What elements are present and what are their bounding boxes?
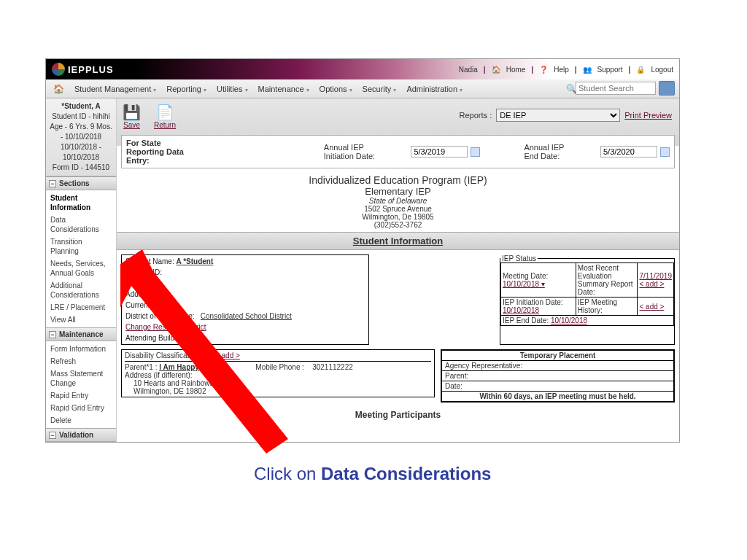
instruction-caption: Click on Data Considerations [254, 464, 491, 484]
sidebar-item-view-all[interactable]: View All [46, 314, 116, 326]
sidebar-item-rapid-grid-entry[interactable]: Rapid Grid Entry [46, 402, 116, 414]
calendar-icon[interactable] [471, 147, 480, 157]
print-preview-link[interactable]: Print Preview [624, 111, 672, 120]
state-entry-label: For State Reporting Data Entry: [126, 139, 193, 165]
search-input[interactable] [576, 82, 656, 95]
change-district-link[interactable]: Change Resident District [125, 323, 206, 331]
student-age: Age - 6 Yrs. 9 Mos. [47, 122, 115, 132]
user-name: Nadia [459, 66, 478, 74]
return-button[interactable]: 📄 Return [154, 104, 176, 129]
menu-maintenance[interactable]: Maintenance ▾ [254, 82, 314, 96]
reports-label: Reports : [460, 111, 492, 120]
student-dob: - 10/10/2018 [47, 132, 115, 142]
help-icon [539, 66, 548, 74]
sidebar-item-rapid-entry[interactable]: Rapid Entry [46, 389, 116, 402]
sidebar-item-delete[interactable]: Delete [46, 414, 116, 427]
sidebar-item-form-information[interactable]: Form Information [46, 343, 116, 355]
save-icon: 💾 [123, 104, 141, 121]
dob-link[interactable]: 1/1 [152, 279, 162, 287]
iep-init-input[interactable] [411, 146, 468, 158]
sidebar-item-refresh[interactable]: Refresh [46, 355, 116, 368]
iep-status-legend: IEP Status [500, 254, 538, 262]
phone-line: (302)552-3762 [117, 221, 679, 229]
sidebar-item-data-considerations[interactable]: Data Considerations [46, 214, 116, 236]
sidebar-item-mass-statement[interactable]: Mass Statement Change [46, 368, 116, 389]
logout-link[interactable]: Logout [651, 66, 673, 74]
menu-administration[interactable]: Administration ▾ [402, 82, 467, 96]
save-button[interactable]: 💾 Save [123, 104, 141, 129]
iep-subtitle: Elementary IEP [117, 186, 679, 197]
collapse-icon[interactable]: − [49, 331, 56, 338]
sidebar-item-student-information[interactable]: Student Information [46, 192, 116, 214]
meeting-participants-heading: Meeting Participants [117, 407, 679, 423]
home-link[interactable]: Home [506, 66, 526, 74]
menu-security[interactable]: Security ▾ [358, 82, 401, 96]
sidebar-item-needs-services[interactable]: Needs, Services, Annual Goals [46, 257, 116, 279]
menu-bar: 🏠 Student Management ▾ Reporting ▾ Utili… [46, 79, 679, 98]
student-range: 10/10/2018 - 10/10/2018 [47, 142, 115, 163]
sidebar-item-lre-placement[interactable]: LRE / Placement [46, 301, 116, 314]
eval-date-link[interactable]: 7/11/2019 [639, 272, 672, 280]
maintenance-header[interactable]: −Maintenance [46, 327, 116, 341]
support-link[interactable]: Support [597, 66, 623, 74]
top-links: Nadia | Home | Help | Support | Logout [459, 59, 673, 79]
student-id: Student ID - hihihi [47, 112, 115, 122]
student-name: *Student, A [47, 101, 115, 112]
calendar-icon[interactable] [660, 147, 670, 157]
end-date-link[interactable]: 10/10/2018 [551, 316, 587, 324]
section-bar-student-info: Student Information [117, 232, 679, 250]
collapse-icon[interactable]: − [49, 180, 56, 187]
lock-icon [636, 66, 645, 74]
logo-icon [52, 63, 65, 76]
sidebar-item-transition-planning[interactable]: Transition Planning [46, 236, 116, 257]
menubar-home-icon[interactable]: 🏠 [49, 84, 69, 94]
home-icon [492, 66, 500, 74]
iep-end-input[interactable] [600, 146, 657, 158]
main-panel: 💾 Save 📄 Return Reports : DE IEP Print P… [117, 98, 679, 442]
iep-end-label: Annual IEP End Date: [524, 143, 578, 160]
menu-reporting[interactable]: Reporting ▾ [162, 82, 211, 96]
addr-line-1: 1502 Spruce Avenue [117, 205, 679, 213]
disability-panel: Disability Classification: < add > Paren… [121, 349, 435, 397]
summary-add-link[interactable]: < add > [639, 280, 664, 288]
toolbar: 💾 Save 📄 Return Reports : DE IEP Print P… [117, 98, 679, 133]
search-button[interactable] [659, 81, 675, 96]
init-date-link[interactable]: 10/10/2018 [503, 306, 539, 314]
iep-title: Individualized Education Program (IEP) [117, 174, 679, 186]
state-line: State of Delaware [117, 197, 679, 205]
form-id: Form ID - 144510 [47, 163, 115, 173]
student-info-panel: Student Name: A *Student Student ID: D.O… [121, 254, 369, 345]
meeting-date-link[interactable]: 10/10/2018 ▾ [503, 280, 545, 288]
help-link[interactable]: Help [554, 66, 569, 74]
temp-placement-panel: Temporary Placement Agency Representativ… [441, 349, 675, 402]
menu-utilities[interactable]: Utilities ▾ [212, 82, 252, 96]
collapse-icon[interactable]: − [49, 432, 56, 439]
iep-status-panel: IEP Status Meeting Date: 10/10/2018 ▾ Mo… [500, 254, 675, 345]
top-bar: IEPPLUS Nadia | Home | Help | Support | … [46, 59, 679, 79]
brand-text: IEPPLUS [68, 64, 114, 75]
student-card: *Student, A Student ID - hihihi Age - 6 … [46, 98, 116, 176]
sidebar: *Student, A Student ID - hihihi Age - 6 … [46, 98, 117, 442]
sections-header[interactable]: −Sections [46, 176, 116, 190]
reports-select[interactable]: DE IEP [496, 109, 620, 122]
return-icon: 📄 [154, 104, 176, 121]
history-add-link[interactable]: < add > [639, 303, 664, 311]
brand-logo: IEPPLUS [46, 63, 120, 76]
title-block: Individualized Education Program (IEP) E… [117, 170, 679, 232]
addr-line-2: Wilmington, De 19805 [117, 213, 679, 221]
menu-student-management[interactable]: Student Management ▾ [70, 82, 160, 96]
menu-options[interactable]: Options ▾ [315, 82, 357, 96]
disability-add-link[interactable]: < add > [215, 351, 240, 359]
validation-header[interactable]: −Validation [46, 428, 116, 442]
sidebar-item-additional-considerations[interactable]: Additional Considerations [46, 279, 116, 301]
state-reporting-row: For State Reporting Data Entry: Annual I… [121, 135, 675, 168]
support-icon [583, 66, 592, 74]
iep-init-label: Annual IEP Initiation Date: [324, 143, 390, 160]
app-window: IEPPLUS Nadia | Home | Help | Support | … [45, 58, 680, 443]
